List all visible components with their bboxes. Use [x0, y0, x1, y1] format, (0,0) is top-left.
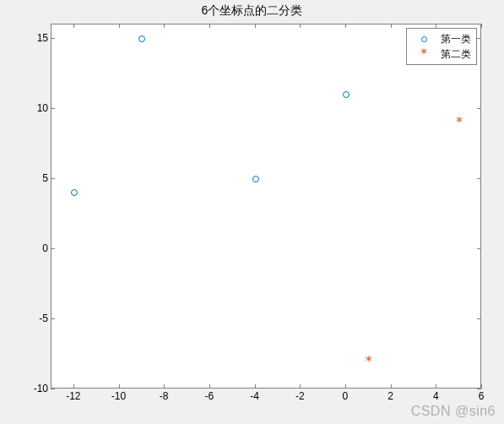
- x-tick-label: -6: [197, 390, 222, 402]
- data-point-class2: *: [455, 119, 463, 126]
- y-tick-label: 10: [6, 102, 48, 114]
- y-tick-label: -10: [6, 383, 48, 394]
- data-point-class1: [252, 176, 259, 182]
- x-tick-label: 4: [423, 390, 448, 402]
- plot-area: **: [51, 24, 480, 388]
- data-point-class2: *: [365, 358, 373, 365]
- y-tick-label: 0: [6, 242, 48, 254]
- figure: 6个坐标点的二分类 ** 第一类 * 第二类 -10-5051015-12-10…: [0, 0, 504, 424]
- circle-icon: [412, 36, 436, 42]
- star-icon: *: [412, 51, 436, 57]
- data-point-class1: [138, 35, 145, 42]
- x-tick-label: -4: [242, 390, 268, 402]
- legend[interactable]: 第一类 * 第二类: [406, 28, 477, 65]
- x-tick-label: -2: [287, 390, 312, 402]
- axes[interactable]: ** 第一类 * 第二类: [51, 24, 481, 389]
- x-tick-label: -8: [151, 390, 176, 402]
- x-tick-label: 0: [333, 390, 358, 402]
- x-tick-label: 6: [469, 390, 494, 402]
- legend-label-2: 第二类: [436, 47, 471, 62]
- x-tick-label: -10: [106, 390, 132, 402]
- x-tick-label: -12: [61, 390, 86, 402]
- y-tick-label: 15: [6, 32, 48, 44]
- x-tick-label: 2: [378, 390, 404, 402]
- y-tick-label: -5: [6, 313, 48, 324]
- y-tick-label: 5: [6, 172, 48, 184]
- legend-entry-1: 第一类: [412, 31, 471, 46]
- data-point-class1: [71, 189, 78, 196]
- chart-title: 6个坐标点的二分类: [0, 3, 504, 19]
- data-point-class1: [343, 91, 350, 98]
- watermark: CSDN @sin6: [411, 404, 496, 419]
- legend-label-1: 第一类: [436, 32, 471, 46]
- legend-entry-2: * 第二类: [412, 46, 471, 62]
